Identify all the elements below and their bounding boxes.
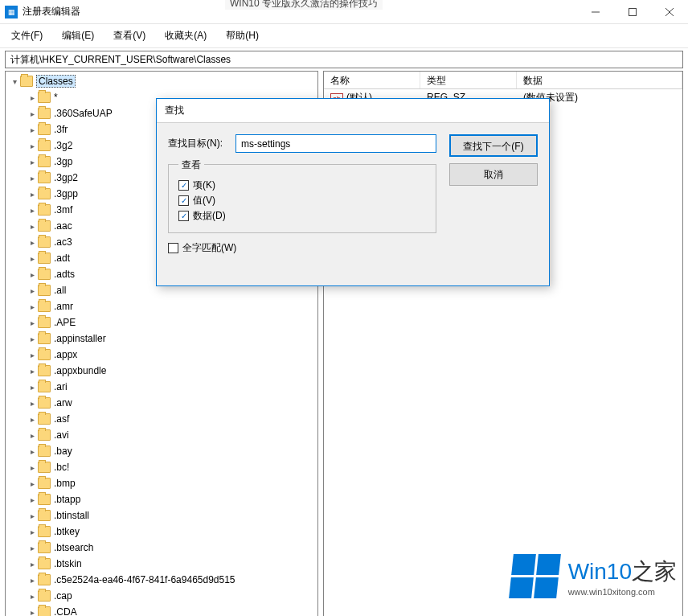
find-dialog: 查找 查找目标(N): 查看 ✓ 项(K) ✓ 值(V)	[156, 98, 550, 286]
find-target-label: 查找目标(N):	[168, 137, 224, 150]
checkbox-keys[interactable]: ✓ 项(K)	[178, 179, 426, 192]
tree-label: .appinstaller	[54, 333, 106, 344]
checkbox-keys-label: 项(K)	[193, 179, 215, 192]
expand-icon[interactable]: ▸	[27, 415, 38, 424]
tree-item[interactable]: ▸.appinstaller	[6, 331, 317, 347]
expand-icon[interactable]: ▸	[27, 528, 38, 536]
expand-icon[interactable]: ▸	[27, 222, 38, 231]
tree-label: Classes	[36, 75, 76, 88]
tree-item[interactable]: ▸.appxbundle	[6, 363, 317, 379]
expand-icon[interactable]: ▸	[27, 608, 38, 617]
watermark: Win10之家 www.win10xitong.com	[511, 554, 677, 598]
tree-item[interactable]: ▸.amr	[6, 298, 317, 314]
tree-label: .btapp	[54, 494, 80, 505]
expand-icon[interactable]: ▸	[27, 463, 38, 472]
tree-item[interactable]: ▸.APE	[6, 314, 317, 331]
tree-item[interactable]: ▸.bc!	[6, 459, 317, 475]
folder-icon	[38, 156, 51, 167]
col-header-data[interactable]: 数据	[517, 72, 682, 88]
expand-icon[interactable]: ▸	[27, 447, 38, 456]
menu-favorites[interactable]: 收藏夹(A)	[160, 27, 211, 44]
tree-item[interactable]: ▸.CDA	[6, 604, 317, 616]
menu-edit[interactable]: 编辑(E)	[57, 27, 99, 44]
expand-icon[interactable]: ▸	[27, 560, 38, 569]
tree-root-classes[interactable]: ▾ Classes	[6, 73, 317, 89]
tree-item[interactable]: ▸.bmp	[6, 475, 317, 491]
expand-icon[interactable]: ▸	[27, 511, 38, 520]
col-header-type[interactable]: 类型	[420, 72, 517, 88]
expand-icon[interactable]: ▸	[27, 190, 38, 199]
maximize-button[interactable]	[614, 0, 651, 24]
expand-icon[interactable]: ▸	[27, 576, 38, 585]
tree-item[interactable]: ▸.cap	[6, 588, 317, 604]
tree-item[interactable]: ▸.arw	[6, 395, 317, 411]
tree-label: .appx	[54, 349, 77, 360]
tree-label: .3gpp	[54, 188, 78, 199]
expand-icon[interactable]: ▸	[27, 93, 38, 102]
expand-icon[interactable]: ▸	[27, 335, 38, 343]
expand-icon[interactable]: ▸	[27, 383, 38, 392]
check-icon: ✓	[178, 195, 189, 206]
expand-icon[interactable]: ▸	[27, 109, 38, 118]
find-target-input[interactable]	[235, 134, 436, 153]
expand-icon[interactable]: ▸	[27, 238, 38, 247]
tree-label: .btinstall	[54, 510, 89, 521]
expand-icon[interactable]: ▸	[27, 479, 38, 488]
expand-icon[interactable]: ▸	[27, 495, 38, 504]
folder-icon	[38, 253, 51, 264]
close-button[interactable]	[651, 0, 688, 24]
expand-icon[interactable]: ▸	[27, 431, 38, 440]
folder-icon	[38, 220, 51, 232]
checkbox-wholeword[interactable]: 全字匹配(W)	[168, 241, 436, 255]
cancel-button[interactable]: 取消	[449, 163, 538, 186]
minimize-icon	[592, 8, 600, 16]
tree-item[interactable]: ▸.btsearch	[6, 540, 317, 556]
address-bar[interactable]: 计算机\HKEY_CURRENT_USER\Software\Classes	[5, 51, 683, 68]
expand-icon[interactable]: ▸	[27, 302, 38, 311]
tree-item[interactable]: ▸.avi	[6, 427, 317, 443]
expand-icon[interactable]: ▸	[27, 142, 38, 150]
tree-item[interactable]: ▸.asf	[6, 411, 317, 427]
tree-label: .3gp2	[54, 172, 78, 183]
close-icon	[665, 8, 674, 16]
lookat-group: 查看 ✓ 项(K) ✓ 值(V) ✓ 数据(D)	[168, 164, 436, 233]
checkbox-data[interactable]: ✓ 数据(D)	[178, 209, 426, 223]
tree-label: .btkey	[54, 526, 80, 537]
tree-item[interactable]: ▸.c5e2524a-ea46-4f67-841f-6a9465d9d515	[6, 572, 317, 588]
collapse-icon[interactable]: ▾	[9, 77, 20, 86]
menu-view[interactable]: 查看(V)	[109, 27, 150, 44]
expand-icon[interactable]: ▸	[27, 254, 38, 263]
tree-item[interactable]: ▸.btskin	[6, 556, 317, 572]
menu-help[interactable]: 帮助(H)	[221, 27, 264, 44]
expand-icon[interactable]: ▸	[27, 592, 38, 601]
checkbox-values[interactable]: ✓ 值(V)	[178, 194, 426, 207]
expand-icon[interactable]: ▸	[27, 206, 38, 215]
background-window-title: WIN10 专业版永久激活的操作技巧	[225, 0, 383, 10]
folder-icon	[38, 446, 51, 457]
tree-item[interactable]: ▸.ari	[6, 379, 317, 395]
folder-icon	[38, 462, 51, 473]
tree-item[interactable]: ▸.appx	[6, 347, 317, 363]
tree-label: .all	[54, 285, 66, 296]
minimize-button[interactable]	[577, 0, 614, 24]
col-header-name[interactable]: 名称	[324, 72, 420, 88]
expand-icon[interactable]: ▸	[27, 318, 38, 327]
expand-icon[interactable]: ▸	[27, 286, 38, 295]
expand-icon[interactable]: ▸	[27, 174, 38, 183]
tree-item[interactable]: ▸.btinstall	[6, 507, 317, 524]
expand-icon[interactable]: ▸	[27, 544, 38, 552]
menu-file[interactable]: 文件(F)	[6, 27, 47, 44]
expand-icon[interactable]: ▸	[27, 367, 38, 376]
tree-item[interactable]: ▸.bay	[6, 443, 317, 459]
tree-label: .bmp	[54, 478, 76, 489]
expand-icon[interactable]: ▸	[27, 125, 38, 134]
tree-item[interactable]: ▸.btapp	[6, 491, 317, 507]
expand-icon[interactable]: ▸	[27, 270, 38, 279]
tree-item[interactable]: ▸.btkey	[6, 524, 317, 540]
expand-icon[interactable]: ▸	[27, 351, 38, 359]
find-next-button[interactable]: 查找下一个(F)	[449, 134, 538, 157]
expand-icon[interactable]: ▸	[27, 158, 38, 166]
expand-icon[interactable]: ▸	[27, 399, 38, 408]
tree-label: .ari	[54, 381, 68, 392]
list-header: 名称 类型 数据	[324, 72, 682, 89]
